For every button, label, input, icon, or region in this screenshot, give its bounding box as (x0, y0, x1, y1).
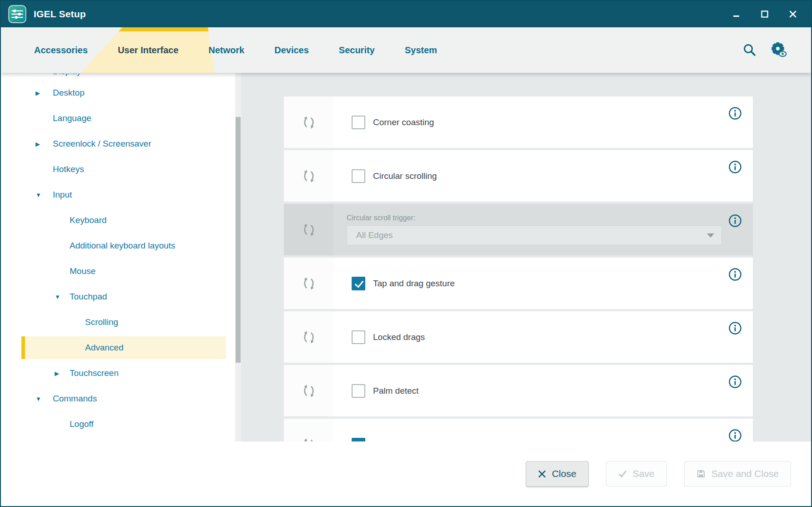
minimize-button[interactable] (733, 10, 740, 18)
info-icon[interactable] (728, 321, 742, 335)
save-button: Save (606, 461, 667, 487)
reset-icon (302, 276, 316, 291)
setting-label: Palm detect (373, 386, 419, 396)
sidebar-item-logoff[interactable]: Logoff (1, 411, 241, 437)
sidebar-item-touchscreen[interactable]: ▶Touchscreen (1, 360, 241, 386)
chevron-right-icon[interactable]: ▶ (55, 370, 59, 376)
reset-parameter-button[interactable] (284, 311, 333, 363)
checkbox-tap-and-drag-gesture[interactable] (352, 277, 365, 290)
settings-list: Corner coastingCircular scrollingCircula… (284, 96, 753, 441)
reset-icon (302, 330, 316, 345)
reset-parameter-button[interactable] (284, 96, 333, 148)
tab-label: Security (339, 45, 375, 56)
sidebar-item-scrolling[interactable]: Scrolling (1, 309, 241, 335)
checkbox-locked-drags[interactable] (352, 330, 365, 344)
search-icon[interactable] (742, 42, 757, 58)
sidebar-item-keyboard[interactable]: Keyboard (1, 208, 241, 233)
setting-row-locked-drags: Locked drags (284, 311, 753, 363)
save-icon (696, 469, 706, 478)
info-icon[interactable] (728, 268, 742, 281)
settings-panel: Corner coastingCircular scrollingCircula… (241, 73, 811, 441)
setting-row-palm-detect: Palm detect (284, 365, 753, 416)
sidebar-item-label: Advanced (85, 343, 124, 353)
tab-user-interface[interactable]: User Interface (103, 27, 193, 73)
sidebar-item-label: Screenlock / Screensaver (53, 139, 151, 149)
reset-parameter-button[interactable] (284, 150, 333, 202)
sidebar-item-language[interactable]: Language (1, 106, 241, 131)
sidebar-item-advanced[interactable]: Advanced (1, 335, 241, 360)
tab-label: Accessories (34, 45, 88, 56)
checkbox-corner-coasting[interactable] (352, 116, 365, 129)
reset-icon (302, 115, 316, 130)
chevron-right-icon[interactable]: ▶ (35, 141, 40, 147)
sidebar-item-hotkeys[interactable]: Hotkeys (1, 157, 241, 182)
sidebar-item-display[interactable]: ▶Display (1, 74, 241, 80)
sidebar-item-label: Hotkeys (53, 164, 84, 174)
check-icon (618, 470, 627, 478)
checkbox-palm-detect[interactable] (352, 384, 365, 398)
sidebar-item-label: Keyboard (70, 215, 106, 225)
reset-parameter-button[interactable] (284, 204, 333, 255)
sidebar-item-desktop[interactable]: ▶Desktop (1, 80, 241, 106)
close-window-button[interactable] (789, 10, 797, 18)
save-button-label: Save (633, 468, 655, 479)
sidebar-item-label: Logoff (70, 419, 93, 429)
tab-bar: AccessoriesUser InterfaceNetworkDevicesS… (1, 27, 811, 73)
chevron-down-icon[interactable]: ▼ (35, 192, 41, 198)
dropdown-label: Circular scroll trigger: (347, 214, 415, 222)
sidebar-item-label: Touchscreen (70, 368, 119, 378)
tab-network[interactable]: Network (193, 27, 259, 73)
scrollbar-thumb[interactable] (236, 117, 241, 363)
sidebar-scrollbar[interactable] (235, 73, 241, 441)
tab-label: System (405, 45, 437, 56)
tab-list: AccessoriesUser InterfaceNetworkDevicesS… (19, 27, 452, 73)
setting-row-tap-and-drag-gesture: Tap and drag gesture (284, 258, 753, 309)
sidebar-item-label: Scrolling (85, 317, 118, 327)
reset-icon (302, 223, 316, 237)
tab-system[interactable]: System (390, 27, 452, 73)
close-button[interactable]: Close (526, 461, 589, 487)
reset-parameter-button[interactable] (284, 258, 333, 309)
sidebar-item-label: Mouse (70, 266, 96, 276)
chevron-down-icon (707, 233, 714, 238)
sidebar: ▶Display▶DesktopLanguage▶Screenlock / Sc… (1, 73, 241, 441)
sidebar-item-commands[interactable]: ▼Commands (1, 386, 241, 411)
chevron-down-icon[interactable]: ▼ (35, 396, 41, 402)
sidebar-item-screenlock-screensaver[interactable]: ▶Screenlock / Screensaver (1, 131, 241, 157)
footer-bar: Close Save Save and Close (1, 441, 811, 506)
sidebar-item-additional-keyboard-layouts[interactable]: Additional keyboard layouts (1, 233, 241, 259)
chevron-right-icon[interactable]: ▶ (35, 90, 40, 96)
reset-parameter-button[interactable] (284, 365, 333, 416)
info-icon[interactable] (728, 160, 742, 174)
gear-eye-icon[interactable] (770, 41, 787, 59)
sidebar-item-input[interactable]: ▼Input (1, 182, 241, 208)
chevron-down-icon[interactable]: ▼ (55, 294, 61, 300)
sidebar-item-touchpad[interactable]: ▼Touchpad (1, 284, 241, 309)
row-content: Tap and drag gesture (333, 258, 753, 309)
circular-scroll-trigger-select: All Edges (347, 225, 722, 245)
row-content: Circular scroll trigger:All Edges (333, 204, 753, 255)
info-icon[interactable] (728, 429, 742, 441)
checkbox-row-7[interactable] (352, 438, 365, 442)
tab-label: User Interface (118, 45, 178, 56)
maximize-button[interactable] (761, 10, 768, 18)
reset-parameter-button[interactable] (284, 419, 333, 441)
igel-logo-icon (8, 5, 26, 23)
igel-setup-window: IGEL Setup AccessoriesUser InterfaceNetw… (0, 0, 812, 507)
info-icon[interactable] (728, 375, 742, 389)
setting-row-7 (284, 419, 753, 441)
row-content: Corner coasting (333, 96, 753, 148)
dropdown-value: All Edges (356, 230, 393, 240)
tab-security[interactable]: Security (324, 27, 390, 73)
reset-icon (302, 437, 316, 442)
info-icon[interactable] (728, 106, 742, 120)
row-content (333, 419, 753, 441)
info-icon[interactable] (728, 214, 742, 228)
close-button-label: Close (552, 468, 576, 479)
sidebar-item-mouse[interactable]: Mouse (1, 259, 241, 284)
title-bar: IGEL Setup (1, 1, 811, 27)
row-content: Palm detect (333, 365, 753, 416)
checkbox-circular-scrolling[interactable] (352, 169, 365, 183)
sidebar-item-label: Input (53, 190, 72, 200)
tab-devices[interactable]: Devices (259, 27, 324, 73)
